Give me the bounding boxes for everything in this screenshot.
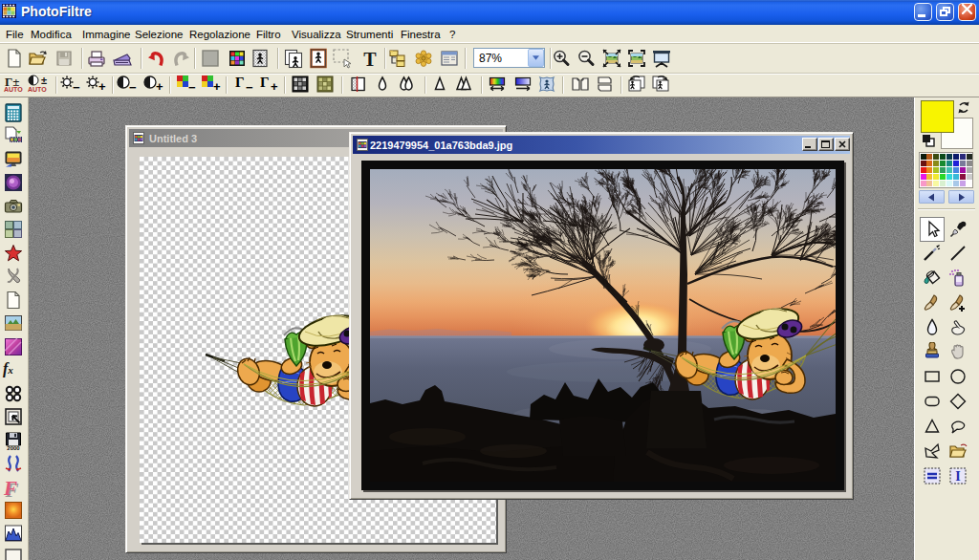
svg-text:2000: 2000: [7, 445, 20, 451]
svg-text:I: I: [955, 469, 960, 484]
